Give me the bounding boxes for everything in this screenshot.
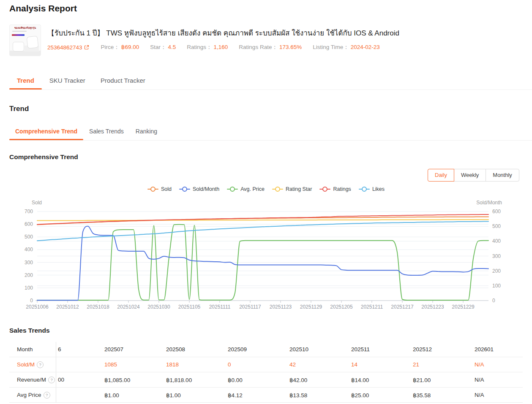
stat-value: ฿69.00 xyxy=(121,44,139,50)
cell-202508-month: 202508 xyxy=(166,342,228,357)
cell-202512-avg_price: ฿35.58 xyxy=(413,388,475,402)
range-button-group: DailyWeeklyMonthly xyxy=(428,169,519,182)
cell-202508-avg_price: ฿1.00 xyxy=(166,388,228,402)
legend-ring-icon xyxy=(182,187,187,192)
svg-text:20251117: 20251117 xyxy=(239,304,261,310)
svg-text:600: 600 xyxy=(25,221,33,227)
svg-text:20251006: 20251006 xyxy=(26,304,49,310)
row-header-avg-price: Avg Price? xyxy=(9,388,56,402)
svg-text:20251205: 20251205 xyxy=(330,304,353,310)
active-tab-underline xyxy=(9,88,42,89)
tab-trend[interactable]: Trend xyxy=(9,72,42,89)
legend-label: Ratings xyxy=(333,186,351,192)
help-icon[interactable]: ? xyxy=(48,377,55,383)
cell-202507-sold: 1085 xyxy=(104,357,166,372)
row-header-sold-m: Sold/M? xyxy=(9,357,56,372)
stat-ratings: Ratings：1,160 xyxy=(187,43,228,51)
svg-text:600: 600 xyxy=(492,209,501,214)
cell-202511-revenue: ฿14.00 xyxy=(351,372,413,387)
legend-item-sold[interactable]: Sold xyxy=(147,186,172,192)
cell-202509-month: 202509 xyxy=(228,342,289,357)
svg-text:20251030: 20251030 xyxy=(147,304,170,310)
svg-text:300: 300 xyxy=(492,253,501,259)
table-row-revenue-m: Revenue/M?00฿1,085.00฿1,818.00฿0.00฿42.0… xyxy=(9,372,523,388)
stat-label: Star： xyxy=(150,44,166,50)
cell-202507-avg_price: ฿1.00 xyxy=(104,388,166,402)
thumbnail-subline xyxy=(12,31,27,32)
cell-202510-revenue: ฿42.00 xyxy=(289,372,351,387)
earbud-case-left xyxy=(13,42,24,52)
product-thumbnail[interactable]: ของแท้ของรับทุกรุ่น xyxy=(9,24,41,56)
range-button-monthly[interactable]: Monthly xyxy=(486,169,519,182)
legend-label: Likes xyxy=(372,186,385,192)
product-id-link[interactable]: 25364862743 xyxy=(47,44,89,51)
comprehensive-trend-title: Comprehensive Trend xyxy=(9,153,78,161)
help-icon[interactable]: ? xyxy=(44,392,50,399)
svg-text:100: 100 xyxy=(25,285,33,291)
row-header-label: Sold/M xyxy=(17,361,35,368)
tab-sku-tracker[interactable]: SKU Tracker xyxy=(42,72,93,89)
legend-marker-icon xyxy=(227,189,238,190)
legend-label: Rating Star xyxy=(286,186,312,192)
svg-text:300: 300 xyxy=(25,260,33,266)
cell-202509-sold: 0 xyxy=(228,357,289,372)
legend-item-ratings[interactable]: Ratings xyxy=(319,186,351,192)
cell-202508-revenue: ฿1,818.00 xyxy=(166,372,228,387)
partial-cell-avg_price xyxy=(56,388,104,402)
row-header-label: Month xyxy=(17,346,33,352)
legend-marker-icon xyxy=(147,189,158,190)
subtab-comprehensive-trend[interactable]: Comprehensive Trend xyxy=(9,123,83,140)
stat-listing-time: Listing Time：2024-02-23 xyxy=(313,43,380,51)
range-button-weekly[interactable]: Weekly xyxy=(454,169,486,182)
stat-value: 1,160 xyxy=(214,44,228,50)
cell-202512-month: 202512 xyxy=(413,342,475,357)
table-row-month: Month62025072025082025092025102025112025… xyxy=(9,342,523,357)
svg-text:20251211: 20251211 xyxy=(361,304,383,310)
partial-cell-revenue: 00 xyxy=(56,372,104,387)
help-icon[interactable]: ? xyxy=(37,361,44,368)
cell-202507-month: 202507 xyxy=(104,342,166,357)
svg-text:700: 700 xyxy=(25,209,33,214)
legend-ring-icon xyxy=(322,187,327,192)
legend-ring-icon xyxy=(150,187,156,192)
trend-section-title: Trend xyxy=(9,105,29,113)
product-id[interactable]: 25364862743 xyxy=(47,44,82,51)
svg-text:20251111: 20251111 xyxy=(209,304,231,310)
svg-text:0: 0 xyxy=(30,298,33,304)
sales-trends-table: Month62025072025082025092025102025112025… xyxy=(9,342,523,403)
svg-text:20251105: 20251105 xyxy=(178,304,201,310)
row-header-revenue-m: Revenue/M? xyxy=(9,372,56,387)
cell-202601-revenue: N/A xyxy=(475,372,523,387)
legend-item-avg-price[interactable]: Avg. Price xyxy=(227,186,265,192)
stat-value: 4.5 xyxy=(168,44,176,50)
svg-text:Sold: Sold xyxy=(32,200,42,206)
comprehensive-trend-chart[interactable]: 2025100620251012202510182025102420251030… xyxy=(0,197,532,312)
cell-202508-sold: 1818 xyxy=(166,357,228,372)
subtab-sales-trends[interactable]: Sales Trends xyxy=(83,123,130,140)
svg-text:20251217: 20251217 xyxy=(391,304,414,310)
svg-text:400: 400 xyxy=(25,247,33,252)
stat-value: 173.65% xyxy=(279,44,302,50)
svg-text:Sold/Month: Sold/Month xyxy=(476,200,502,206)
cell-202510-sold: 42 xyxy=(289,357,351,372)
cell-202510-month: 202510 xyxy=(289,342,351,357)
legend-marker-icon xyxy=(319,189,330,190)
legend-ring-icon xyxy=(362,187,367,192)
legend-item-rating-star[interactable]: Rating Star xyxy=(272,186,312,192)
row-header-label: Avg Price xyxy=(17,392,41,398)
stat-value: 2024-02-23 xyxy=(351,44,380,50)
cell-202601-avg_price: N/A xyxy=(475,388,523,402)
stat-label: Ratings Rate： xyxy=(239,44,278,50)
tab-product-tracker[interactable]: Product Tracker xyxy=(93,72,153,89)
subtab-ranking[interactable]: Ranking xyxy=(130,123,163,140)
cell-202509-avg_price: ฿4.12 xyxy=(228,388,289,402)
legend-item-likes[interactable]: Likes xyxy=(359,186,385,192)
table-row-sold-m: Sold/M?108518180421421N/A xyxy=(9,357,523,372)
stat-label: Pirce： xyxy=(101,44,120,50)
svg-text:20251223: 20251223 xyxy=(421,304,444,310)
svg-text:20251018: 20251018 xyxy=(87,304,109,310)
range-button-daily[interactable]: Daily xyxy=(428,169,454,182)
legend-item-sold-month[interactable]: Sold/Month xyxy=(179,186,219,192)
legend-ring-icon xyxy=(275,187,280,192)
trend-subtabbar: Comprehensive TrendSales TrendsRanking xyxy=(9,123,532,141)
